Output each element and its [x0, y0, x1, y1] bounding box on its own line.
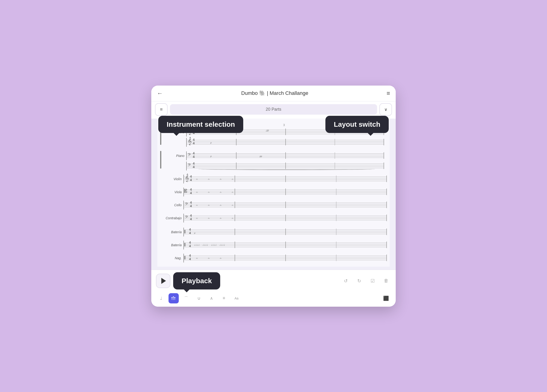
- accent-tool-button[interactable]: ∧: [206, 293, 217, 303]
- chord-tool-button[interactable]: [169, 293, 179, 303]
- app-title: Dumbo 🐘 | March Challange: [241, 90, 308, 96]
- toolbar-left: Playback: [156, 272, 220, 289]
- tool-icons: ♩ ⌒ ∪ ∧ ≡ Aa: [156, 293, 242, 303]
- bottom-toolbar: Playback ↺ ↻ ☑ 🗑: [151, 270, 396, 292]
- cello-row: Cello 𝄢 44 𝄐 𝄐 𝄐 𝄐: [157, 200, 390, 210]
- app-container: ← Dumbo 🐘 | March Challange ≡ ≡ 20 Parts…: [151, 86, 396, 307]
- sub-header: ≡ 20 Parts ∨ Instrument selection Layout…: [151, 101, 396, 119]
- piano-bass-2-row: 𝄢 44: [163, 161, 387, 171]
- note-tool-button[interactable]: ♩: [156, 293, 166, 303]
- score-area: 2 3 Piano 𝄞 44: [151, 119, 396, 270]
- text-tool-button[interactable]: Aa: [231, 293, 242, 303]
- back-button[interactable]: ←: [157, 90, 163, 97]
- piano-treble-2-row: 𝄞 44 p: [163, 137, 387, 147]
- svg-rect-2: [174, 297, 175, 298]
- bottom-tools-row: ♩ ⌒ ∪ ∧ ≡ Aa ⬛: [151, 292, 396, 307]
- svg-rect-0: [171, 297, 172, 298]
- layout-switch-button[interactable]: ∨: [379, 103, 392, 116]
- score-sheet: 2 3 Piano 𝄞 44: [157, 119, 390, 267]
- redo-button[interactable]: ↻: [354, 276, 364, 286]
- instrument-selection-button[interactable]: ≡: [155, 103, 168, 116]
- play-button[interactable]: [156, 274, 170, 288]
- contrabajo-row: Contrabajo 𝄢 44 𝄐 𝄐 𝄐 𝄐: [157, 213, 390, 223]
- viola-row: Viola 𝄡 44 𝄐 𝄐 𝄐 𝄐: [157, 187, 390, 197]
- playback-tooltip: Playback: [173, 272, 220, 289]
- bateria-2-row: Batería 𝄃 44 ♩♩♩♩ ♩♩♩♩ ♩♩♩♩ ♩♩♩♩: [157, 240, 390, 250]
- monitor-button[interactable]: ⬛: [381, 293, 391, 303]
- bateria-1-row: Batería 𝄃 44 p: [157, 227, 390, 237]
- tie-tool-button[interactable]: ∪: [194, 293, 204, 303]
- lines-tool-button[interactable]: ≡: [219, 293, 229, 303]
- play-icon: [161, 278, 166, 284]
- menu-button[interactable]: ≡: [387, 90, 390, 97]
- parts-bar: 20 Parts: [170, 104, 377, 115]
- select-button[interactable]: ☑: [368, 276, 377, 286]
- nag-row: Nag. 𝄃 44 𝄐 𝄐 𝄐: [157, 253, 390, 263]
- delete-button[interactable]: 🗑: [381, 276, 391, 286]
- measure-numbers: 2 3: [157, 122, 390, 127]
- piano-bass-1-row: Piano 𝄢 44 p pp: [163, 151, 387, 161]
- header: ← Dumbo 🐘 | March Challange ≡: [151, 86, 396, 101]
- violin-row: Violín 𝄞 44 𝄐 𝄐 𝄐 𝄐: [157, 174, 390, 184]
- slur-tool-button[interactable]: ⌒: [181, 293, 191, 303]
- undo-button[interactable]: ↺: [341, 276, 350, 286]
- piano-treble-1-row: Piano 𝄞 44 𝄐: [163, 127, 387, 137]
- toolbar-right: ↺ ↻ ☑ 🗑: [341, 276, 391, 286]
- svg-rect-1: [173, 296, 174, 297]
